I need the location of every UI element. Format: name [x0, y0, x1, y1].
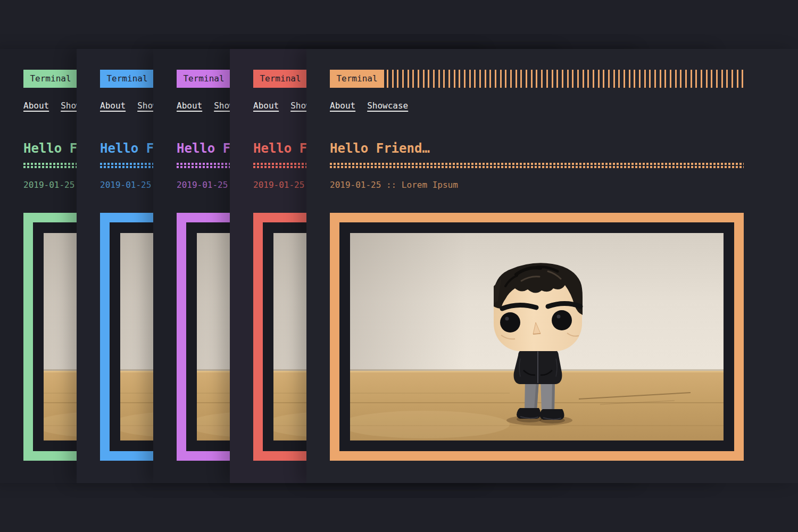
header-bar-glyph: [433, 70, 435, 88]
framed-image: [330, 213, 744, 461]
logo-badge[interactable]: Terminal: [100, 70, 154, 88]
header-bar-glyph: [691, 70, 692, 88]
theme-variants-stack: Terminal About Showcase Hello Friend… 20…: [0, 0, 798, 532]
funko-figure-illustration: [350, 233, 724, 440]
header-bar-glyph: [680, 70, 681, 88]
header-bar-glyph: [443, 70, 445, 88]
header-bar-glyph: [644, 70, 646, 88]
funko-photo: [350, 233, 724, 440]
header-bar-glyph: [695, 70, 697, 88]
header-bar-glyph: [664, 70, 666, 88]
nav-link-showcase[interactable]: Showcase: [367, 101, 408, 111]
site-header: Terminal: [330, 70, 744, 88]
header-bar-glyph: [454, 70, 455, 88]
header-bar-glyph: [670, 70, 671, 88]
header-bar-glyph: [495, 70, 496, 88]
header-bars-decoration: [387, 70, 744, 88]
logo-badge[interactable]: Terminal: [330, 70, 384, 88]
theme-panel-orange: Terminal About Showcase Hello Friend… 20…: [306, 49, 798, 483]
header-bar-glyph: [526, 70, 527, 88]
nav-link-about[interactable]: About: [23, 101, 49, 111]
post-title: Hello Friend…: [330, 140, 430, 156]
header-bar-glyph: [423, 70, 425, 88]
header-bar-glyph: [577, 70, 579, 88]
header-bar-glyph: [639, 70, 641, 88]
header-bar-glyph: [618, 70, 620, 88]
header-bar-glyph: [469, 70, 471, 88]
post-meta: 2019-01-25 :: Lorem Ipsum: [330, 180, 458, 190]
header-bar-glyph: [428, 70, 429, 88]
header-bar-glyph: [438, 70, 440, 88]
header-bar-glyph: [706, 70, 708, 88]
header-bar-glyph: [392, 70, 394, 88]
header-bar-glyph: [649, 70, 651, 88]
header-bar-glyph: [572, 70, 573, 88]
header-bar-glyph: [479, 70, 481, 88]
header-bar-glyph: [546, 70, 548, 88]
header-bar-glyph: [418, 70, 419, 88]
nav-link-about[interactable]: About: [330, 101, 355, 111]
header-bar-glyph: [556, 70, 558, 88]
dotted-divider: [330, 163, 744, 168]
header-bar-glyph: [387, 70, 388, 88]
header-bar-glyph: [412, 70, 414, 88]
header-bar-glyph: [397, 70, 398, 88]
header-bar-glyph: [531, 70, 533, 88]
header-bar-glyph: [608, 70, 610, 88]
header-bar-glyph: [552, 70, 553, 88]
header-bar-glyph: [593, 70, 594, 88]
header-bar-glyph: [516, 70, 517, 88]
header-bar-glyph: [583, 70, 584, 88]
logo-badge[interactable]: Terminal: [253, 70, 307, 88]
header-bar-glyph: [732, 70, 733, 88]
header-bar-glyph: [485, 70, 486, 88]
header-bar-glyph: [505, 70, 506, 88]
header-bar-glyph: [567, 70, 569, 88]
main-nav: About Showcase: [330, 101, 408, 111]
dot-row: [330, 163, 744, 165]
header-bar-glyph: [716, 70, 718, 88]
header-bar-glyph: [408, 70, 409, 88]
header-bar-glyph: [598, 70, 600, 88]
header-bar-glyph: [587, 70, 589, 88]
header-bar-glyph: [654, 70, 656, 88]
header-bar-glyph: [675, 70, 677, 88]
header-bar-glyph: [737, 70, 738, 88]
header-bar-glyph: [541, 70, 543, 88]
header-bar-glyph: [726, 70, 728, 88]
header-bar-glyph: [464, 70, 466, 88]
header-bar-glyph: [562, 70, 563, 88]
header-bar-glyph: [500, 70, 502, 88]
header-bar-glyph: [613, 70, 615, 88]
header-bar-glyph: [474, 70, 476, 88]
nav-link-about[interactable]: About: [253, 101, 279, 111]
logo-badge[interactable]: Terminal: [23, 70, 78, 88]
header-bar-glyph: [520, 70, 522, 88]
header-bar-glyph: [629, 70, 630, 88]
header-bar-glyph: [660, 70, 661, 88]
header-bar-glyph: [459, 70, 460, 88]
nav-link-about[interactable]: About: [177, 101, 202, 111]
header-bar-glyph: [448, 70, 450, 88]
header-bar-glyph: [721, 70, 723, 88]
header-bar-glyph: [711, 70, 712, 88]
logo-badge[interactable]: Terminal: [177, 70, 231, 88]
nav-link-about[interactable]: About: [100, 101, 126, 111]
header-bar-glyph: [603, 70, 604, 88]
header-bar-glyph: [742, 70, 743, 88]
dot-row: [330, 166, 744, 168]
header-bar-glyph: [489, 70, 491, 88]
header-bar-glyph: [536, 70, 537, 88]
header-bar-glyph: [402, 70, 404, 88]
header-bar-glyph: [701, 70, 702, 88]
header-bar-glyph: [634, 70, 635, 88]
header-bar-glyph: [624, 70, 625, 88]
header-bar-glyph: [685, 70, 687, 88]
header-bar-glyph: [510, 70, 512, 88]
